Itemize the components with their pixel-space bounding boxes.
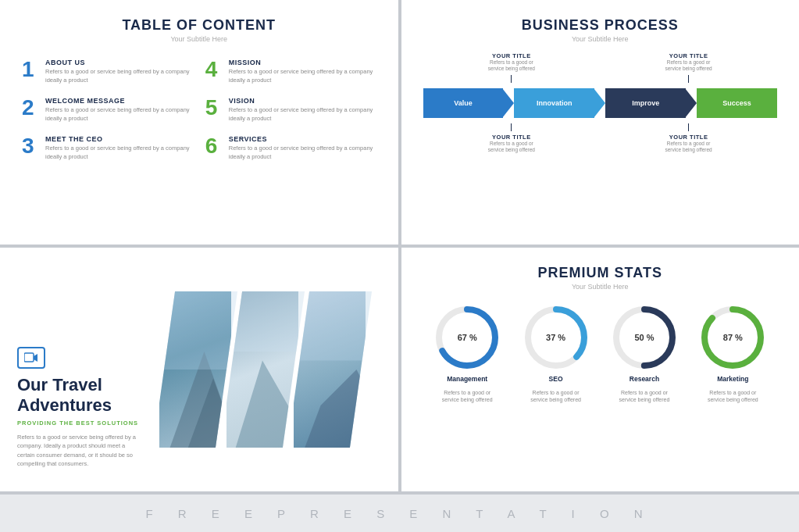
stats-subtitle: Your Subtitle Here (423, 283, 778, 291)
toc-item-title-6: SERVICES (229, 135, 376, 143)
toc-item-desc-3: Refers to a good or service being offere… (45, 106, 193, 123)
toc-item-title-3: WELCOME MESSAGE (45, 97, 193, 105)
bp-top-desc-2: Refers to a good or service being offere… (662, 59, 716, 73)
travel-img-wrapper (164, 248, 361, 492)
slide-container: TABLE OF CONTENT Your Subtitle Here 1 AB… (0, 0, 799, 532)
toc-item-desc-6: Refers to a good or service being offere… (229, 145, 376, 161)
toc-content-2: MISSION Refers to a good or service bein… (229, 59, 376, 84)
bp-arrow-1: Value (423, 88, 504, 118)
travel-tagline: PROVIDING THE BEST SOLUTIONS (17, 420, 139, 427)
bp-top-label-1: YOUR TITLE Refers to a good or service b… (484, 52, 539, 85)
bp-arrow-label-3: Improve (632, 99, 659, 107)
svg-rect-7 (294, 291, 372, 361)
bp-top-label-2: YOUR TITLE Refers to a good or service b… (662, 52, 716, 85)
stat-desc-4: Refers to a good or service being offere… (704, 389, 762, 405)
donut-label-4: 87 % (723, 333, 743, 342)
bp-bottom-desc-1: Refers to a good or service being offere… (484, 141, 539, 154)
toc-item-2: 4 MISSION Refers to a good or service be… (205, 54, 376, 89)
bp-arrow-label-4: Success (722, 99, 751, 107)
donut-4: 87 % (701, 306, 764, 369)
donut-label-2: 37 % (546, 333, 565, 342)
toc-number-4: 5 (205, 97, 223, 119)
footer: F R E E P R E S E N T A T I O N (0, 495, 799, 532)
bp-arrow-label-2: Innovation (537, 99, 572, 107)
toc-item-desc-2: Refers to a good or service being offere… (229, 68, 376, 84)
panel-travel: Our Travel Adventures PROVIDING THE BEST… (0, 248, 398, 492)
bp-bottom-title-2: YOUR TITLE (669, 134, 708, 141)
bp-bottom-labels: YOUR TITLE Refers to a good or service b… (423, 121, 778, 154)
bp-top-title-1: YOUR TITLE (492, 52, 531, 59)
toc-content-6: SERVICES Refers to a good or service bei… (229, 135, 376, 161)
toc-content-4: VISION Refers to a good or service being… (229, 97, 376, 123)
toc-item-desc-5: Refers to a good or service being offere… (45, 145, 193, 161)
bp-subtitle: Your Subtitle Here (423, 35, 778, 43)
donut-3: 50 % (613, 306, 676, 369)
toc-number-6: 6 (205, 135, 223, 157)
donut-label-1: 67 % (458, 333, 477, 342)
toc-item-desc-1: Refers to a good or service being offere… (45, 68, 193, 84)
travel-image-2-inner (227, 291, 298, 448)
panel-bp: BUSINESS PROCESS Your Subtitle Here YOUR… (401, 0, 800, 245)
toc-item-6: 6 SERVICES Refers to a good or service b… (205, 130, 376, 166)
toc-number-3: 2 (22, 97, 39, 119)
svg-rect-3 (159, 291, 237, 370)
panel-toc: TABLE OF CONTENT Your Subtitle Here 1 AB… (0, 0, 398, 245)
bp-top-labels: YOUR TITLE Refers to a good or service b… (423, 52, 778, 85)
toc-title: TABLE OF CONTENT (22, 17, 376, 34)
bp-bottom-label-2: YOUR TITLE Refers to a good or service b… (662, 121, 716, 154)
stat-item-4: 87 % Marketing Refers to a good or servi… (701, 306, 764, 405)
stat-item-3: 50 % Research Refers to a good or servic… (613, 306, 676, 405)
bp-arrow-down-4 (688, 123, 689, 131)
bp-arrow-3: Improve (605, 88, 686, 118)
stat-item-1: 67 % Management Refers to a good or serv… (436, 306, 498, 405)
travel-image-3-inner (294, 291, 366, 448)
toc-item-1: 1 ABOUT US Refers to a good or service b… (22, 54, 193, 89)
travel-images (156, 248, 398, 492)
stat-item-2: 37 % SEO Refers to a good or service bei… (525, 306, 587, 405)
toc-item-title-4: VISION (229, 97, 376, 105)
toc-item-title-1: ABOUT US (45, 59, 193, 66)
bp-arrow-down-2 (688, 75, 689, 83)
bp-arrow-down-3 (511, 123, 512, 131)
stats-row: 67 % Management Refers to a good or serv… (423, 306, 778, 405)
travel-left: Our Travel Adventures PROVIDING THE BEST… (0, 248, 156, 492)
toc-content-3: WELCOME MESSAGE Refers to a good or serv… (45, 97, 193, 123)
bp-bottom-desc-2: Refers to a good or service being offere… (662, 141, 716, 154)
bp-arrow-label-1: Value (454, 99, 473, 107)
donut-label-3: 50 % (634, 333, 654, 342)
toc-content-1: ABOUT US Refers to a good or service bei… (45, 59, 193, 84)
bp-bottom-title-1: YOUR TITLE (492, 134, 531, 141)
bp-arrow-4: Success (697, 88, 777, 118)
bp-arrow-down-1 (511, 75, 512, 83)
bp-arrow-2: Innovation (514, 88, 594, 118)
toc-item-desc-4: Refers to a good or service being offere… (229, 106, 376, 123)
toc-item-4: 5 VISION Refers to a good or service bei… (205, 92, 376, 127)
toc-number-2: 4 (205, 59, 223, 80)
toc-item-title-2: MISSION (229, 59, 376, 66)
donut-2: 37 % (525, 306, 587, 369)
bp-arrows-row: ValueInnovationImproveSuccess (423, 88, 778, 118)
donut-1: 67 % (436, 306, 498, 369)
stat-desc-3: Refers to a good or service being offere… (615, 389, 673, 405)
stat-desc-1: Refers to a good or service being offere… (438, 389, 497, 405)
stat-title-2: SEO (549, 375, 563, 383)
stat-title-4: Marketing (717, 375, 748, 383)
toc-content-5: MEET THE CEO Refers to a good or service… (45, 135, 193, 161)
svg-rect-0 (24, 353, 34, 362)
stat-title-1: Management (447, 375, 487, 383)
travel-title: Our Travel Adventures (17, 375, 139, 415)
toc-subtitle: Your Subtitle Here (22, 35, 376, 43)
travel-image-1-inner (159, 291, 231, 448)
travel-desc: Refers to a good or service being offere… (17, 433, 139, 468)
bp-top-title-2: YOUR TITLE (669, 52, 708, 59)
bp-title: BUSINESS PROCESS (423, 17, 778, 34)
stats-title: PREMIUM STATS (423, 265, 778, 281)
stat-desc-2: Refers to a good or service being offere… (526, 389, 585, 405)
panel-stats: PREMIUM STATS Your Subtitle Here 67 % Ma… (401, 248, 800, 492)
toc-item-title-5: MEET THE CEO (45, 135, 193, 143)
toc-number-1: 1 (22, 59, 39, 80)
svg-marker-6 (294, 370, 372, 448)
bp-top-desc-1: Refers to a good or service being offere… (484, 59, 539, 73)
toc-item-5: 3 MEET THE CEO Refers to a good or servi… (22, 130, 193, 166)
video-camera-icon (17, 347, 45, 369)
